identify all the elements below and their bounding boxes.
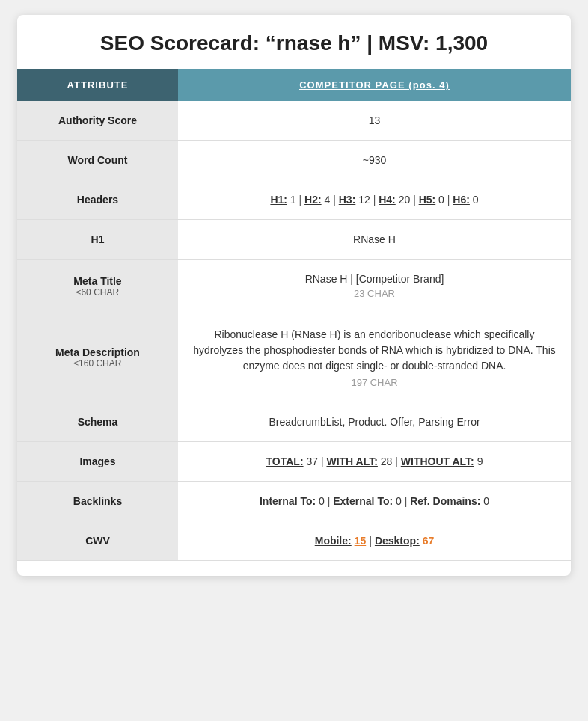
value-images: TOTAL: 37 | WITH ALT: 28 | WITHOUT ALT: … — [178, 442, 571, 482]
backlinks-ref-label: Ref. Domains: — [410, 495, 480, 507]
attr-schema: Schema — [17, 402, 178, 442]
value-meta-title: RNase H | [Competitor Brand] 23 CHAR — [178, 260, 571, 313]
images-with-alt-label: WITH ALT: — [326, 455, 377, 467]
h2-value: 4 — [325, 194, 331, 206]
row-meta-title: Meta Title ≤60 CHAR RNase H | [Competito… — [17, 260, 571, 313]
col-header-attribute: ATTRIBUTE — [17, 69, 178, 101]
backlinks-external-label: External To: — [333, 495, 393, 507]
h3-label: H3: — [339, 194, 356, 206]
value-h1: RNase H — [178, 220, 571, 260]
h4-value: 20 — [399, 194, 411, 206]
row-cwv: CWV Mobile: 15 | Desktop: 67 — [17, 521, 571, 561]
value-headers: H1: 1 | H2: 4 | H3: 12 | H4: 20 | H5: 0 … — [178, 180, 571, 220]
meta-title-sub-label: ≤60 CHAR — [29, 287, 166, 298]
h5-value: 0 — [438, 194, 444, 206]
attr-headers: Headers — [17, 180, 178, 220]
h6-label: H6: — [453, 194, 470, 206]
meta-title-char-count: 23 CHAR — [190, 288, 559, 299]
row-schema: Schema BreadcrumbList, Product. Offer, P… — [17, 402, 571, 442]
meta-title-value: RNase H | [Competitor Brand] — [305, 273, 444, 285]
backlinks-ref-value: 0 — [483, 495, 489, 507]
attr-cwv: CWV — [17, 521, 178, 561]
value-backlinks: Internal To: 0 | External To: 0 | Ref. D… — [178, 482, 571, 521]
cwv-mobile-value: 15 — [355, 535, 367, 547]
h3-value: 12 — [358, 194, 370, 206]
backlinks-external-value: 0 — [396, 495, 402, 507]
h1-value: 1 — [290, 194, 296, 206]
row-meta-description: Meta Description ≤160 CHAR Ribonuclease … — [17, 313, 571, 402]
col-header-competitor: COMPETITOR PAGE (pos. 4) — [178, 69, 571, 101]
value-meta-description: Ribonuclease H (RNase H) is an endoribon… — [178, 313, 571, 402]
cwv-desktop-value: 67 — [423, 535, 435, 547]
attr-meta-description: Meta Description ≤160 CHAR — [17, 313, 178, 402]
row-authority-score: Authority Score 13 — [17, 101, 571, 141]
images-total-value: 37 — [306, 455, 318, 467]
value-authority-score: 13 — [178, 101, 571, 141]
h2-label: H2: — [304, 194, 322, 206]
meta-title-label: Meta Title — [73, 275, 121, 287]
images-with-alt-value: 28 — [381, 455, 393, 467]
row-h1: H1 RNase H — [17, 220, 571, 260]
row-backlinks: Backlinks Internal To: 0 | External To: … — [17, 482, 571, 521]
seo-scorecard-card: SEO Scorecard: “rnase h” | MSV: 1,300 AT… — [17, 15, 571, 576]
images-without-alt-value: 9 — [477, 455, 483, 467]
h5-label: H5: — [419, 194, 436, 206]
page-title: SEO Scorecard: “rnase h” | MSV: 1,300 — [17, 15, 571, 69]
attr-meta-title: Meta Title ≤60 CHAR — [17, 260, 178, 313]
meta-desc-sub-label: ≤160 CHAR — [29, 358, 166, 369]
cwv-mobile-label: Mobile: — [315, 535, 352, 547]
scorecard-table: ATTRIBUTE COMPETITOR PAGE (pos. 4) Autho… — [17, 69, 571, 561]
cwv-desktop-label: Desktop: — [375, 535, 420, 547]
value-word-count: ~930 — [178, 141, 571, 180]
h4-label: H4: — [379, 194, 396, 206]
images-without-alt-label: WITHOUT ALT: — [401, 455, 474, 467]
backlinks-internal-label: Internal To: — [260, 495, 316, 507]
meta-desc-char-count: 197 CHAR — [190, 377, 559, 388]
images-total-label: TOTAL: — [266, 455, 304, 467]
value-cwv: Mobile: 15 | Desktop: 67 — [178, 521, 571, 561]
row-word-count: Word Count ~930 — [17, 141, 571, 180]
value-schema: BreadcrumbList, Product. Offer, Parsing … — [178, 402, 571, 442]
h1-label: H1: — [270, 194, 287, 206]
row-headers: Headers H1: 1 | H2: 4 | H3: 12 | H4: 20 … — [17, 180, 571, 220]
attr-authority-score: Authority Score — [17, 101, 178, 141]
attr-backlinks: Backlinks — [17, 482, 178, 521]
meta-desc-text: Ribonuclease H (RNase H) is an endoribon… — [193, 328, 556, 372]
row-images: Images TOTAL: 37 | WITH ALT: 28 | WITHOU… — [17, 442, 571, 482]
meta-desc-label: Meta Description — [55, 346, 140, 358]
h6-value: 0 — [473, 194, 479, 206]
col-header-competitor-text: COMPETITOR PAGE (pos. 4) — [299, 79, 450, 90]
backlinks-internal-value: 0 — [319, 495, 325, 507]
attr-h1: H1 — [17, 220, 178, 260]
attr-word-count: Word Count — [17, 141, 178, 180]
attr-images: Images — [17, 442, 178, 482]
